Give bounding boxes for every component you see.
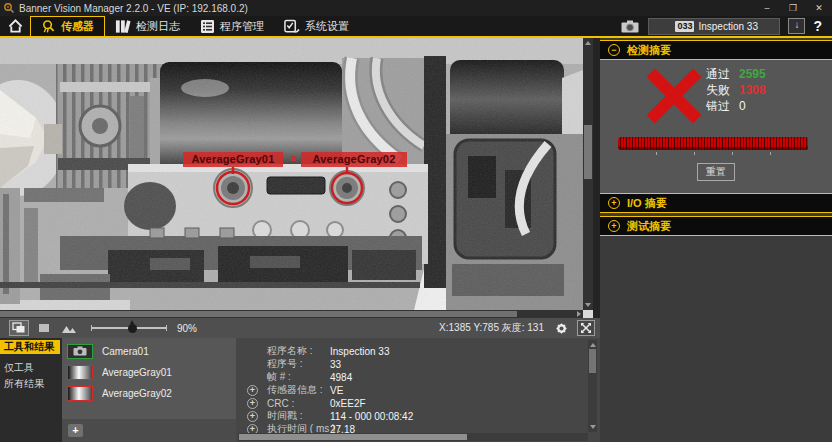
sidebar-item-tools-and-results[interactable]: 工具和结果 xyxy=(0,340,60,354)
viewer-vertical-scrollbar[interactable] xyxy=(583,38,593,310)
expand-icon[interactable]: + xyxy=(247,385,258,396)
results-sidebar: 工具和结果 仅工具 所有结果 xyxy=(0,338,62,442)
books-icon xyxy=(115,19,131,34)
tool-row-averagegray01[interactable]: AverageGray01 xyxy=(67,363,172,381)
inspection-selector[interactable]: 033 Inspection 33 xyxy=(648,18,780,35)
fullscreen-button[interactable] xyxy=(577,320,595,336)
frame-icon xyxy=(38,323,50,333)
info-value: Inspection 33 xyxy=(330,346,390,357)
info-label: 时间戳 : xyxy=(267,409,303,423)
download-icon: ↓ xyxy=(794,19,799,30)
main-tab-bar: 传感器 检测日志 程序管理 xyxy=(0,16,832,38)
tool-list-footer: + xyxy=(62,419,236,442)
right-summary-panel: − 检测摘要 通过 2595 失败 1308 错过 0 xyxy=(600,38,832,442)
tab-sensor-label: 传感器 xyxy=(61,19,94,34)
info-row-timestamp: + 时间戳 : 114 - 000 00:08:42 xyxy=(236,410,576,422)
camera-icon xyxy=(621,20,639,33)
vertical-scroll-thumb[interactable] xyxy=(589,349,596,373)
add-tool-button[interactable]: + xyxy=(68,424,83,437)
info-label: CRC : xyxy=(267,398,294,409)
cursor-position-status: X:1385 Y:785 灰度: 131 xyxy=(439,321,544,335)
viewer-horizontal-scrollbar[interactable] xyxy=(0,310,583,318)
home-icon xyxy=(8,19,23,33)
info-value: 33 xyxy=(330,359,341,370)
vertical-scroll-thumb[interactable] xyxy=(584,125,592,179)
camera-tool-icon xyxy=(67,344,93,359)
missed-label: 错过 xyxy=(706,98,730,115)
maximize-button[interactable]: ❐ xyxy=(780,0,806,16)
zoom-slider[interactable] xyxy=(91,320,167,336)
layers-view-button[interactable] xyxy=(9,320,29,336)
averagegray-tool-icon xyxy=(67,386,93,401)
io-summary-title: I/O 摘要 xyxy=(627,196,667,211)
scroll-up-icon[interactable] xyxy=(590,343,596,347)
mountains-icon xyxy=(61,323,77,334)
expand-icon[interactable]: + xyxy=(247,398,258,409)
topbar-right-cluster: 033 Inspection 33 ↓ ? xyxy=(620,16,832,36)
info-row-sensor-info: + 传感器信息 : VE xyxy=(236,384,576,396)
info-label: 传感器信息 : xyxy=(267,383,323,397)
camera-image-viewport[interactable]: AverageGray01 AverageGray02 xyxy=(0,38,583,310)
fail-x-icon xyxy=(648,70,700,122)
fail-count-row: 失败 1308 xyxy=(706,84,766,96)
inspection-summary-header[interactable]: − 检测摘要 xyxy=(600,40,832,60)
tab-program-management[interactable]: 程序管理 xyxy=(190,16,274,36)
test-summary-title: 测试摘要 xyxy=(627,219,671,234)
app-logo-icon xyxy=(3,2,15,14)
download-button[interactable]: ↓ xyxy=(788,18,805,34)
zoom-percent-label: 90% xyxy=(177,323,197,334)
image-only-view-button[interactable] xyxy=(34,320,54,336)
title-bar: Banner Vision Manager 2.2.0 - VE (IP: 19… xyxy=(0,0,832,16)
roi-label-averagegray01[interactable]: AverageGray01 xyxy=(183,152,283,167)
missed-value: 0 xyxy=(739,99,746,113)
horizontal-scroll-thumb[interactable] xyxy=(0,311,517,317)
inspection-name: Inspection 33 xyxy=(698,21,758,32)
expand-icon[interactable]: + xyxy=(247,411,258,422)
gear-icon xyxy=(554,321,569,336)
fail-value: 1308 xyxy=(739,83,766,97)
snapshot-button[interactable] xyxy=(620,19,640,33)
info-vertical-scrollbar[interactable] xyxy=(588,340,597,432)
expand-icon[interactable]: + xyxy=(608,197,620,209)
tab-system-settings[interactable]: 系统设置 xyxy=(274,16,359,36)
sidebar-item-all-results[interactable]: 所有结果 xyxy=(0,377,44,391)
inspection-summary-title: 检测摘要 xyxy=(627,43,671,58)
tool-row-averagegray02[interactable]: AverageGray02 xyxy=(67,384,172,402)
pass-value: 2595 xyxy=(739,67,766,81)
scrollbar-corner xyxy=(583,310,593,318)
reset-button[interactable]: 重置 xyxy=(697,163,735,181)
help-button[interactable]: ? xyxy=(813,18,824,34)
info-row-program-name: 程序名称 : Inspection 33 xyxy=(236,345,576,357)
missed-count-row: 错过 0 xyxy=(706,100,766,112)
fail-label: 失败 xyxy=(706,82,730,99)
info-horizontal-scrollbar[interactable] xyxy=(238,433,588,441)
close-button[interactable]: ✕ xyxy=(806,0,832,16)
tool-name-camera01: Camera01 xyxy=(102,346,149,357)
averagegray-tool-icon xyxy=(67,365,93,380)
home-button[interactable] xyxy=(0,16,30,36)
expand-icon[interactable]: + xyxy=(608,220,620,232)
scroll-up-icon[interactable] xyxy=(585,41,591,45)
fit-image-view-button[interactable] xyxy=(59,320,79,336)
scroll-right-icon[interactable] xyxy=(577,311,581,317)
minimize-button[interactable]: – xyxy=(754,0,780,16)
tab-inspection-log-label: 检测日志 xyxy=(136,19,180,34)
sidebar-item-tools-only[interactable]: 仅工具 xyxy=(0,361,34,375)
window-title: Banner Vision Manager 2.2.0 - VE (IP: 19… xyxy=(19,3,248,14)
tab-inspection-log[interactable]: 检测日志 xyxy=(105,16,190,36)
io-summary-header[interactable]: + I/O 摘要 xyxy=(600,193,832,213)
tool-row-camera01[interactable]: Camera01 xyxy=(67,342,149,360)
collapse-icon[interactable]: − xyxy=(608,44,620,56)
roi-label-averagegray02[interactable]: AverageGray02 xyxy=(301,152,407,167)
tab-sensor[interactable]: 传感器 xyxy=(30,16,105,36)
horizontal-scroll-thumb[interactable] xyxy=(239,434,467,440)
inspection-summary-body: 通过 2595 失败 1308 错过 0 重置 xyxy=(600,60,832,193)
scroll-down-icon[interactable] xyxy=(585,303,591,307)
scroll-down-icon[interactable] xyxy=(590,425,596,429)
panel-divider xyxy=(593,38,600,318)
display-settings-button[interactable] xyxy=(554,321,569,336)
zoom-slider-thumb[interactable] xyxy=(128,324,137,333)
info-row-frame-number: 帧 # : 4984 xyxy=(236,371,576,383)
layers-icon xyxy=(12,322,26,334)
test-summary-header[interactable]: + 测试摘要 xyxy=(600,216,832,236)
